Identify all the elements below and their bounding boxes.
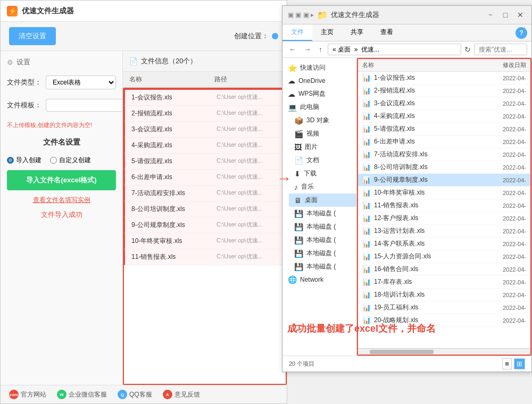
sidebar-item-本地磁盘 ([interactable]: 💾本地磁盘 ( <box>289 260 356 273</box>
explorer-file-row[interactable]: 📊4-采购流程.xls2022-04- <box>358 110 530 123</box>
sidebar-item-快速访问[interactable]: ⭐快速访问 <box>282 61 356 74</box>
explorer-file-row[interactable]: 📊19-员工福利.xls2022-04- <box>358 301 530 314</box>
tab-file[interactable]: 文件 <box>282 24 312 41</box>
file-explorer-window: ▣ ▣ ▣ ▸ 📁 优速文件生成器 － □ ✕ 文件 主页 共享 查看 ? ← … <box>282 5 532 372</box>
explorer-file-row[interactable]: 📊15-人力资源合同.xls2022-04- <box>358 250 530 263</box>
refresh-button[interactable]: ↻ <box>464 45 471 54</box>
settings-section-title: ⚙ 设置 <box>7 57 116 70</box>
explorer-file-row[interactable]: 📊9-公司规章制度.xls2022-04- <box>358 174 530 187</box>
file-list-item[interactable]: 5-请假流程.xlsC:\User op\优速... <box>124 154 286 170</box>
file-list-item[interactable]: 6-出差申请.xlsC:\User op\优速... <box>124 170 286 186</box>
restore-button[interactable]: □ <box>500 9 511 21</box>
sidebar-item-此电脑[interactable]: 💻此电脑 <box>282 100 356 114</box>
sidebar-item-本地磁盘 ([interactable]: 💾本地磁盘 ( <box>289 247 356 260</box>
sidebar-item-3D 对象[interactable]: 📦3D 对象 <box>289 114 356 127</box>
file-list-item[interactable]: 10-年终奖审核.xlsC:\User op\优速... <box>124 233 286 249</box>
explorer-file-row[interactable]: 📊6-出差申请.xls2022-04- <box>358 136 530 148</box>
custom-create-radio-label[interactable]: 自定义创建 <box>50 156 91 165</box>
help-button[interactable]: ? <box>516 27 527 39</box>
sidebar-item-label: 快速访问 <box>300 63 326 72</box>
bottom-link-QQ客服[interactable]: QQQ客服 <box>118 390 152 399</box>
app-title: 优速文件生成器 <box>22 6 74 16</box>
import-filename-button[interactable]: 导入文件名(excel格式) <box>7 170 116 190</box>
file-name: 10-年终奖审核.xls <box>131 237 217 246</box>
sidebar-item-音乐[interactable]: ♪音乐 <box>289 180 356 193</box>
file-type-select[interactable]: Excel表格 <box>46 75 116 89</box>
explorer-file-row[interactable]: 📊1-会议报告.xls2022-04- <box>358 72 530 85</box>
explorer-file-row[interactable]: 📊12-客户报表.xls2022-04- <box>358 212 530 225</box>
sidebar-item-桌面[interactable]: 🖥桌面 <box>289 193 356 207</box>
explorer-file-date: 2022-04- <box>484 126 526 132</box>
file-list-item[interactable]: 11-销售报表.xlsC:\User op\优速... <box>124 249 286 265</box>
minimize-button[interactable]: － <box>485 9 496 21</box>
file-path: C:\User op\优速... <box>217 173 278 182</box>
custom-create-radio[interactable] <box>50 157 57 164</box>
tab-view[interactable]: 查看 <box>372 24 402 41</box>
sidebar-item-下载[interactable]: ⬇下载 <box>289 167 356 180</box>
explorer-file-row[interactable]: 📊2-报销流程.xls2022-04- <box>358 85 530 97</box>
close-button[interactable]: ✕ <box>514 9 526 21</box>
sidebar-item-OneDrive[interactable]: ☁OneDrive <box>282 74 356 87</box>
clear-settings-button[interactable]: 清空设置 <box>9 27 56 45</box>
file-list-item[interactable]: 4-采购流程.xlsC:\User op\优速... <box>124 138 286 154</box>
back-button[interactable]: ← <box>287 44 298 55</box>
bottom-link-官方网站[interactable]: com官方网站 <box>9 390 46 399</box>
sidebar-item-WPS网盘[interactable]: ☁WPS网盘 <box>282 87 356 100</box>
explorer-file-row[interactable]: 📊13-运营计划表.xls2022-04- <box>358 225 530 238</box>
explorer-file-row[interactable]: 📊7-活动流程安排.xls2022-04- <box>358 148 530 161</box>
import-create-radio[interactable] <box>7 157 14 164</box>
up-button[interactable]: ↑ <box>317 44 325 55</box>
search-input[interactable] <box>474 44 527 55</box>
main-content: ⚙ 设置 文件类型： Excel表格 文件模板： excel模板.xls 🗑 不… <box>1 51 287 385</box>
sidebar-item-label: 此电脑 <box>300 103 319 112</box>
explorer-ribbon: 文件 主页 共享 查看 ? <box>282 24 531 41</box>
explorer-file-row[interactable]: 📊8-公司培训制度.xls2022-04- <box>358 161 530 174</box>
file-list-item[interactable]: 9-公司规章制度.xlsC:\User op\优速... <box>124 217 286 233</box>
tab-share[interactable]: 共享 <box>342 24 372 41</box>
bottom-link-意见反馈[interactable]: A意见反馈 <box>163 390 200 399</box>
explorer-file-row[interactable]: 📊18-培训计划表.xls2022-04- <box>358 289 530 301</box>
sidebar-item-label: OneDrive <box>298 77 326 85</box>
sidebar-item-文档[interactable]: 📄文档 <box>289 154 356 167</box>
forward-button[interactable]: → <box>302 44 313 55</box>
excel-file-icon: 📊 <box>362 278 371 286</box>
bottom-link-label: 企业微信客服 <box>69 390 107 399</box>
list-view-button[interactable]: ≡ <box>502 358 512 369</box>
sidebar-item-本地磁盘 ([interactable]: 💾本地磁盘 ( <box>289 233 356 247</box>
file-list-item[interactable]: 3-会议流程.xlsC:\User op\优速... <box>124 122 286 138</box>
explorer-file-name: 14-客户联系表.xls <box>374 239 480 248</box>
address-field[interactable] <box>328 44 461 55</box>
file-list-item[interactable]: 2-报销流程.xlsC:\User op\优速... <box>124 106 286 122</box>
sidebar-item-icon: 💾 <box>294 236 303 245</box>
view-example-link[interactable]: 查看文件名填写实例 <box>7 196 116 205</box>
sidebar-item-icon: 🌐 <box>288 275 297 284</box>
scrollbar-thumb[interactable] <box>370 350 434 354</box>
sidebar-item-icon: 📄 <box>294 156 303 165</box>
grid-view-button[interactable]: ⊞ <box>514 358 525 369</box>
explorer-file-row[interactable]: 📊14-客户联系表.xls2022-04- <box>358 238 530 250</box>
explorer-file-row[interactable]: 📊10-年终奖审核.xls2022-04- <box>358 187 530 199</box>
col-name-header: 名称 <box>362 61 484 69</box>
file-list-item[interactable]: 7-活动流程安排.xlsC:\User op\优速... <box>124 186 286 201</box>
sidebar-item-本地磁盘 ([interactable]: 💾本地磁盘 ( <box>289 207 356 220</box>
explorer-file-row[interactable]: 📊16-销售合同.xls2022-04- <box>358 263 530 276</box>
sidebar-item-icon: 💾 <box>294 209 303 218</box>
explorer-file-row[interactable]: 📊5-请假流程.xls2022-04- <box>358 123 530 136</box>
sidebar-item-视频[interactable]: 🎬视频 <box>289 127 356 140</box>
file-list-item[interactable]: 8-公司培训制度.xlsC:\User op\优速... <box>124 201 286 217</box>
sidebar-item-图片[interactable]: 🖼图片 <box>289 140 356 154</box>
import-create-radio-label[interactable]: 导入创建 <box>7 156 41 165</box>
explorer-file-row[interactable]: 📊3-会议流程.xls2022-04- <box>358 97 530 110</box>
file-template-input[interactable]: excel模板.xls <box>46 99 123 112</box>
create-location: 创建位置： <box>234 31 278 41</box>
explorer-file-row[interactable]: 📊11-销售报表.xls2022-04- <box>358 199 530 212</box>
col-date-header: 修改日期 <box>484 61 526 69</box>
horizontal-scrollbar[interactable] <box>358 348 530 355</box>
sidebar-item-Network[interactable]: 🌐Network <box>282 273 356 286</box>
sidebar-item-本地磁盘 ([interactable]: 💾本地磁盘 ( <box>289 220 356 233</box>
explorer-file-row[interactable]: 📊17-库存表.xls2022-04- <box>358 276 530 289</box>
tab-home[interactable]: 主页 <box>312 24 342 41</box>
bottom-link-企业微信客服[interactable]: W企业微信客服 <box>57 390 107 399</box>
file-list-item[interactable]: 1-会议报告.xlsC:\User op\优速... <box>124 89 286 106</box>
create-location-radio[interactable] <box>272 33 278 39</box>
